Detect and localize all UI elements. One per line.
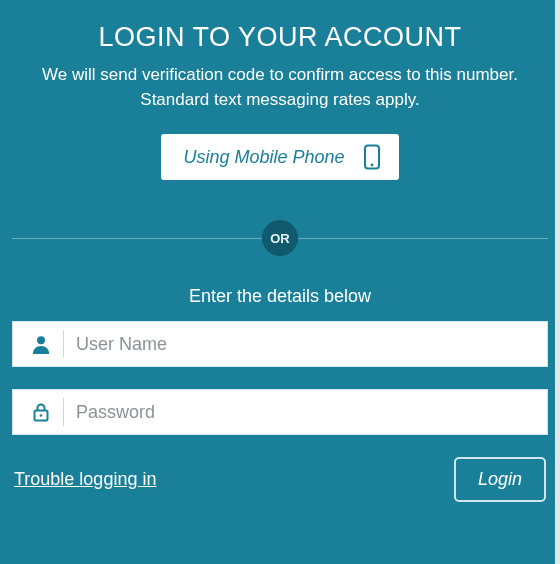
page-title: LOGIN TO YOUR ACCOUNT — [12, 22, 548, 53]
or-divider: OR — [12, 220, 548, 256]
or-badge: OR — [262, 220, 298, 256]
phone-icon — [363, 144, 381, 170]
username-field-container — [12, 321, 548, 367]
svg-point-4 — [40, 414, 43, 417]
mobile-login-label: Using Mobile Phone — [183, 147, 344, 168]
field-separator — [63, 398, 64, 426]
scrollbar-track[interactable] — [555, 0, 560, 564]
mobile-login-button[interactable]: Using Mobile Phone — [161, 134, 398, 180]
password-input[interactable] — [76, 390, 535, 434]
svg-point-1 — [370, 164, 373, 167]
svg-point-2 — [37, 336, 45, 344]
details-label: Enter the details below — [12, 286, 548, 307]
password-field-container — [12, 389, 548, 435]
username-input[interactable] — [76, 322, 535, 366]
field-separator — [63, 330, 64, 358]
login-button[interactable]: Login — [454, 457, 546, 502]
user-icon — [25, 334, 57, 354]
lock-icon — [25, 402, 57, 422]
trouble-login-link[interactable]: Trouble logging in — [14, 469, 156, 490]
page-subtitle: We will send verification code to confir… — [22, 63, 538, 112]
